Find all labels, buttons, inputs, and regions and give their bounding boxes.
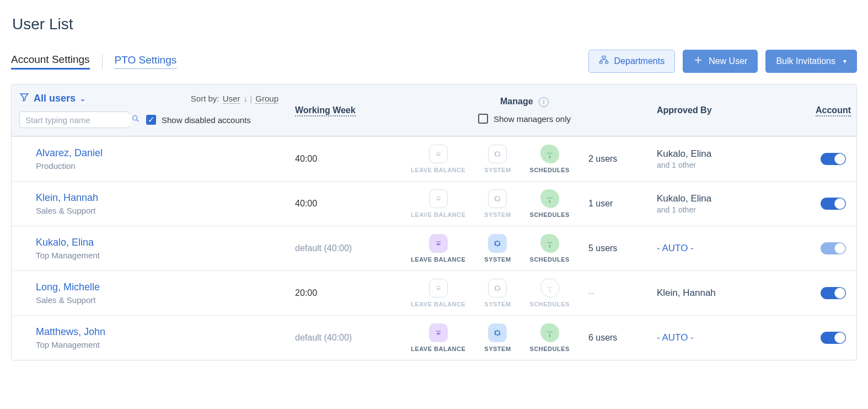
user-table: All users ⌄ Sort by: User ↓ | Group	[11, 84, 857, 360]
managed-users-count[interactable]: 2 users	[588, 154, 627, 164]
svg-rect-1	[599, 61, 602, 63]
schedules-button[interactable]: SCHEDULES	[530, 234, 570, 263]
approved-by-cell[interactable]: Kukalo, Elinaand 1 other	[651, 148, 795, 169]
show-managers-only-checkbox[interactable]: Show managers only	[478, 114, 571, 124]
managed-users-count[interactable]: --	[588, 288, 627, 298]
leave-balance-button[interactable]: LEAVE BALANCE	[411, 323, 465, 352]
toggle-switch[interactable]	[821, 198, 846, 210]
managed-users-count[interactable]: 5 users	[588, 243, 627, 253]
leave-balance-button[interactable]: LEAVE BALANCE	[411, 234, 465, 263]
manage-label: SYSTEM	[484, 211, 511, 218]
search-input[interactable]	[24, 115, 131, 125]
user-department: Sales & Support	[36, 206, 287, 215]
plus-minus-icon	[429, 234, 448, 253]
tab-separator	[102, 54, 103, 69]
user-cell: Matthews, JohnTop Management	[12, 326, 287, 349]
palm-icon	[540, 145, 559, 163]
search-icon[interactable]	[131, 114, 140, 125]
approver-name: Klein, Hannah	[657, 288, 795, 299]
svg-rect-0	[602, 56, 606, 59]
all-users-filter[interactable]: All users ⌄	[19, 92, 85, 105]
new-user-label: New User	[709, 56, 747, 66]
table-row: Klein, HannahSales & Support40:00LEAVE B…	[12, 181, 856, 226]
table-row: Matthews, JohnTop Managementdefault (40:…	[12, 315, 856, 360]
approved-by-cell[interactable]: - AUTO -	[651, 332, 795, 343]
leave-balance-button[interactable]: LEAVE BALANCE	[411, 189, 465, 218]
toggle-switch[interactable]	[821, 153, 846, 165]
working-week-value[interactable]: 40:00	[287, 154, 398, 164]
account-toggle[interactable]	[795, 242, 857, 254]
approved-by-cell[interactable]: - AUTO -	[651, 243, 795, 254]
plus-minus-icon	[429, 323, 448, 342]
schedules-button[interactable]: SCHEDULES	[530, 323, 570, 352]
working-week-sort[interactable]: Working Week	[295, 105, 356, 116]
account-toggle[interactable]	[795, 198, 857, 210]
approved-by-label: Approved By	[657, 105, 712, 115]
system-button[interactable]: SYSTEM	[484, 234, 511, 263]
bulk-invitations-label: Bulk Invitations	[776, 56, 835, 66]
info-icon[interactable]: i	[539, 97, 549, 107]
user-cell: Long, MichelleSales & Support	[12, 281, 287, 305]
leave-balance-button[interactable]: LEAVE BALANCE	[411, 145, 465, 173]
user-cell: Klein, HannahSales & Support	[12, 192, 287, 215]
working-week-value[interactable]: 20:00	[287, 288, 398, 298]
approved-by-cell[interactable]: Klein, Hannah	[651, 288, 795, 299]
account-sort[interactable]: Account	[816, 105, 851, 116]
bulk-invitations-button[interactable]: Bulk Invitations ▾	[765, 50, 857, 73]
check-icon: ✓	[146, 115, 156, 125]
account-toggle[interactable]	[795, 287, 857, 299]
user-name-link[interactable]: Long, Michelle	[36, 281, 287, 293]
svg-rect-2	[606, 61, 608, 63]
filter-cell: All users ⌄ Sort by: User ↓ | Group	[12, 92, 287, 128]
account-toggle[interactable]	[795, 153, 857, 165]
auto-approver[interactable]: - AUTO -	[657, 243, 795, 254]
system-button[interactable]: SYSTEM	[484, 145, 511, 173]
toggle-switch[interactable]	[821, 242, 846, 254]
working-week-value[interactable]: default (40:00)	[287, 333, 398, 343]
tab-pto-settings[interactable]: PTO Settings	[115, 54, 177, 69]
show-disabled-checkbox[interactable]: ✓ Show disabled accounts	[146, 115, 251, 125]
new-user-button[interactable]: New User	[683, 50, 758, 73]
user-name-link[interactable]: Klein, Hannah	[36, 192, 287, 204]
schedules-button[interactable]: SCHEDULES	[530, 145, 570, 173]
user-name-link[interactable]: Matthews, John	[36, 326, 287, 338]
account-toggle[interactable]	[795, 332, 857, 344]
leave-balance-button[interactable]: LEAVE BALANCE	[411, 279, 465, 307]
sort-by-label: Sort by:	[191, 94, 219, 103]
manage-label: SYSTEM	[484, 346, 511, 352]
schedules-button[interactable]: SCHEDULES	[530, 189, 570, 218]
toggle-knob	[834, 198, 845, 209]
chevron-down-icon: ▾	[843, 57, 846, 65]
toggle-knob	[834, 153, 845, 164]
toggle-switch[interactable]	[821, 332, 846, 344]
user-department: Top Management	[36, 251, 287, 260]
manage-label: LEAVE BALANCE	[411, 211, 465, 218]
system-button[interactable]: SYSTEM	[484, 323, 511, 352]
approver-extra: and 1 other	[657, 161, 795, 169]
auto-approver[interactable]: - AUTO -	[657, 332, 795, 343]
approved-by-cell[interactable]: Kukalo, Elinaand 1 other	[651, 193, 795, 214]
managed-users-count[interactable]: 6 users	[588, 333, 627, 343]
user-name-link[interactable]: Kukalo, Elina	[36, 237, 287, 248]
manage-label: LEAVE BALANCE	[411, 167, 465, 173]
sort-user-link[interactable]: User	[223, 94, 240, 104]
all-users-label: All users	[34, 93, 76, 104]
working-week-value[interactable]: default (40:00)	[287, 243, 398, 253]
system-button[interactable]: SYSTEM	[484, 189, 511, 218]
manage-label: SCHEDULES	[530, 211, 570, 218]
tab-account-settings[interactable]: Account Settings	[11, 54, 90, 70]
plus-minus-icon	[429, 145, 448, 163]
schedules-button[interactable]: SCHEDULES	[530, 279, 570, 307]
user-name-link[interactable]: Alvarez, Daniel	[36, 147, 287, 159]
user-department: Sales & Support	[36, 295, 287, 305]
working-week-value[interactable]: 40:00	[287, 199, 398, 209]
system-button[interactable]: SYSTEM	[484, 279, 511, 307]
toggle-switch[interactable]	[821, 287, 846, 299]
user-cell: Alvarez, DanielProduction	[12, 147, 287, 171]
departments-button[interactable]: Departments	[588, 50, 676, 73]
managed-users-count[interactable]: 1 user	[588, 199, 627, 209]
toggle-knob	[834, 288, 845, 299]
action-buttons: Departments New User Bulk Invitations ▾	[588, 50, 857, 73]
sort-group-link[interactable]: Group	[255, 94, 278, 104]
table-row: Alvarez, DanielProduction40:00LEAVE BALA…	[12, 136, 856, 181]
